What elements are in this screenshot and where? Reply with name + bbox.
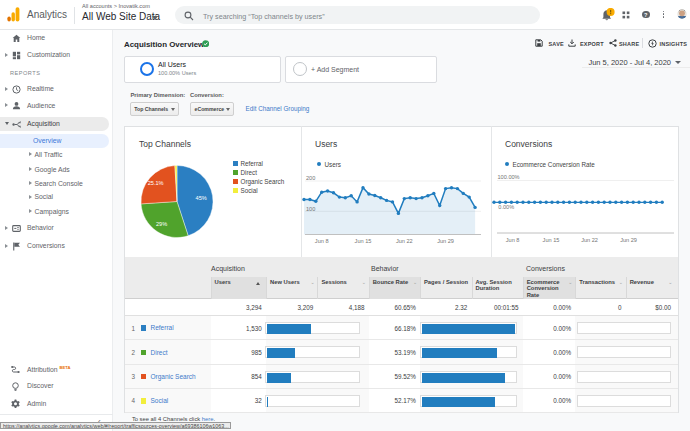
svg-text:Jun 22: Jun 22 (581, 237, 598, 243)
svg-text:200: 200 (306, 175, 315, 181)
svg-text:45%: 45% (196, 195, 207, 201)
svg-text:Jun 8: Jun 8 (506, 237, 520, 243)
svg-text:Jun 29: Jun 29 (437, 238, 454, 244)
svg-text:100: 100 (306, 206, 315, 212)
svg-text:Jun 15: Jun 15 (355, 238, 372, 244)
svg-text:Jun 29: Jun 29 (620, 237, 637, 243)
svg-text:Jun 15: Jun 15 (543, 237, 560, 243)
svg-text:Jun 8: Jun 8 (315, 238, 329, 244)
svg-text:100.00%: 100.00% (498, 174, 520, 180)
svg-text:25.1%: 25.1% (148, 180, 164, 186)
svg-text:Jun 22: Jun 22 (396, 238, 413, 244)
svg-text:0.00%: 0.00% (498, 204, 514, 210)
svg-text:29%: 29% (156, 221, 167, 227)
